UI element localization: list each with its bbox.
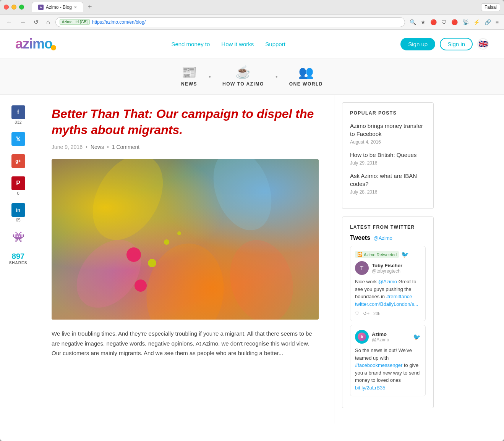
tweet-1-name: Azimo	[372, 331, 389, 337]
forward-button[interactable]: →	[18, 17, 28, 27]
how-to-label: HOW TO AZIMO	[222, 81, 264, 87]
pinterest-icon: P	[11, 176, 25, 190]
active-tab[interactable]: A Azimo - Blog ×	[32, 2, 83, 12]
news-label: NEWS	[181, 81, 197, 87]
signin-button[interactable]: Sign in	[440, 38, 473, 50]
blog-nav-how-to[interactable]: ☕ HOW TO AZIMO	[222, 66, 264, 87]
tweet-0-actions: ♡ ↺+ 20h	[355, 311, 421, 316]
article-container: Better Than That: Our campaign to dispel…	[36, 95, 334, 423]
popular-post-date-2: July 28, 2016	[350, 189, 426, 195]
tweet-1-header: A Azimo @Azimo 🐦	[355, 330, 421, 344]
extension-icon-1[interactable]: 🔴	[429, 18, 438, 26]
search-icon[interactable]: 🔍	[408, 18, 418, 26]
refresh-button[interactable]: ↺	[31, 17, 41, 27]
site-logo[interactable]: azimo	[15, 36, 56, 52]
retweet-icon: 🔁	[357, 252, 363, 257]
page-content: azimo Send money to How it works Support…	[0, 30, 504, 441]
retweet-badge: 🔁 Azimo Retweeted	[355, 251, 399, 258]
blog-nav-one-world[interactable]: 👥 ONE WORLD	[289, 66, 323, 87]
nav-separator-1: ●	[209, 74, 211, 79]
extension-icon-6[interactable]: 🔗	[483, 18, 493, 26]
home-button[interactable]: ⌂	[44, 17, 52, 27]
new-tab-button[interactable]: +	[86, 3, 94, 11]
nav-separator-2: ●	[275, 74, 278, 79]
nav-send-money[interactable]: Send money to	[171, 41, 210, 47]
signup-button[interactable]: Sign up	[400, 38, 435, 50]
meta-separator-1: •	[86, 144, 88, 150]
article-body: We live in troubling times. And they're …	[52, 329, 319, 358]
pinterest-count: 0	[17, 191, 19, 195]
address-bar[interactable]: Azimo Ltd [GB] https://azimo.com/en/blog…	[55, 17, 405, 27]
tweets-by-label: Tweets	[350, 234, 370, 241]
nav-support[interactable]: Support	[265, 41, 285, 47]
holi-dots	[52, 159, 319, 320]
how-to-icon: ☕	[235, 66, 251, 78]
close-button[interactable]	[4, 5, 9, 10]
popular-posts-section: POPULAR POSTS Azimo brings money transfe…	[342, 102, 434, 209]
extension-icon-2[interactable]: 🛡	[440, 18, 448, 26]
tweet-0-like[interactable]: ♡	[355, 311, 359, 316]
article-image-inner	[52, 159, 319, 320]
tweet-1-user: A Azimo @Azimo	[355, 330, 389, 344]
article-date: June 9, 2016	[52, 144, 83, 150]
tweet-0-mention[interactable]: @Azimo	[378, 279, 397, 284]
article-category[interactable]: News	[91, 144, 104, 150]
titlebar: A Azimo - Blog × + Faisal	[0, 0, 504, 15]
minimize-button[interactable]	[11, 5, 16, 10]
popular-posts-title: POPULAR POSTS	[350, 110, 426, 116]
tweet-1: A Azimo @Azimo 🐦 So the news is out! We'…	[350, 325, 426, 396]
shares-total: 897 SHARES	[9, 252, 28, 265]
nav-how-it-works[interactable]: How it works	[221, 41, 254, 47]
url-text: https://azimo.com/en/blog/	[92, 19, 401, 25]
twitter-section: LATEST FROM TWITTER Tweets @Azimo 🔁 Azim…	[342, 216, 434, 408]
googleplus-share-button[interactable]: g+	[5, 151, 32, 172]
tweets-by-handle: @Azimo	[374, 235, 392, 241]
maximize-button[interactable]	[19, 5, 24, 10]
bookmark-icon[interactable]: ★	[419, 18, 427, 26]
article-title: Better Than That: Our campaign to dispel…	[52, 106, 319, 138]
extension-icon-3[interactable]: 🔴	[450, 18, 459, 26]
tweet-1-link[interactable]: bit.ly/2aLrB35	[355, 385, 386, 391]
tweet-1-identity: Azimo @Azimo	[372, 331, 389, 342]
facebook-share-button[interactable]: f 832	[5, 102, 32, 128]
shares-count: 897	[9, 252, 28, 261]
browser-toolbar: ← → ↺ ⌂ Azimo Ltd [GB] https://azimo.com…	[0, 15, 504, 30]
menu-icon[interactable]: ≡	[494, 18, 500, 26]
popular-post-title-2[interactable]: Ask Azimo: what are IBAN codes?	[350, 172, 426, 188]
reddit-share-button[interactable]: 👾	[5, 227, 32, 247]
linkedin-icon: in	[11, 203, 25, 217]
popular-post-date-1: July 29, 2016	[350, 160, 426, 166]
tweet-0-hashtag[interactable]: #remittance	[386, 294, 412, 299]
secure-badge: Azimo Ltd [GB]	[60, 19, 90, 25]
tweet-0-header: T Toby Fischer @tobyregtech	[355, 261, 421, 275]
tweet-0-retweet-action[interactable]: ↺+	[363, 311, 369, 316]
extension-icon-4[interactable]: 📡	[461, 18, 470, 26]
tweet-0: 🔁 Azimo Retweeted 🐦 T Toby Fischer @toby…	[350, 246, 426, 321]
blog-nav-news[interactable]: 📰 NEWS	[181, 66, 197, 87]
extension-icon-5[interactable]: ⚡	[472, 18, 481, 26]
facebook-icon: f	[11, 105, 25, 119]
linkedin-share-button[interactable]: in 65	[5, 200, 32, 225]
article-meta: June 9, 2016 • News • 1 Comment	[52, 144, 319, 150]
logo-dot	[51, 45, 56, 50]
article-comments[interactable]: 1 Comment	[112, 144, 139, 150]
popular-post-title-1[interactable]: How to be British: Queues	[350, 151, 426, 159]
blog-navigation: 📰 NEWS ● ☕ HOW TO AZIMO ● 👥 ONE WORLD	[0, 58, 504, 95]
tweet-0-link[interactable]: twitter.com/BdailyLondon/s...	[355, 301, 418, 307]
twitter-section-title: LATEST FROM TWITTER	[350, 225, 426, 230]
retweet-label: Azimo Retweeted	[364, 252, 397, 257]
back-button[interactable]: ←	[4, 17, 15, 27]
twitter-share-button[interactable]: 𝕏	[5, 129, 32, 150]
reddit-icon: 👾	[11, 230, 25, 244]
tweet-1-hashtag[interactable]: #facebookmessenger	[355, 362, 402, 368]
pinterest-share-button[interactable]: P 0	[5, 173, 32, 199]
one-world-icon: 👥	[298, 66, 314, 78]
tab-close-button[interactable]: ×	[74, 5, 77, 10]
facebook-count: 832	[15, 120, 21, 124]
tweet-1-handle: @Azimo	[372, 337, 389, 342]
user-badge: Faisal	[481, 3, 500, 11]
language-flag[interactable]: 🇬🇧	[477, 38, 489, 50]
social-sidebar: f 832 𝕏 g+ P 0 in 65	[0, 95, 36, 423]
tweet-0-avatar: T	[355, 261, 369, 275]
popular-post-title-0[interactable]: Azimo brings money transfer to Facebook	[350, 122, 426, 138]
